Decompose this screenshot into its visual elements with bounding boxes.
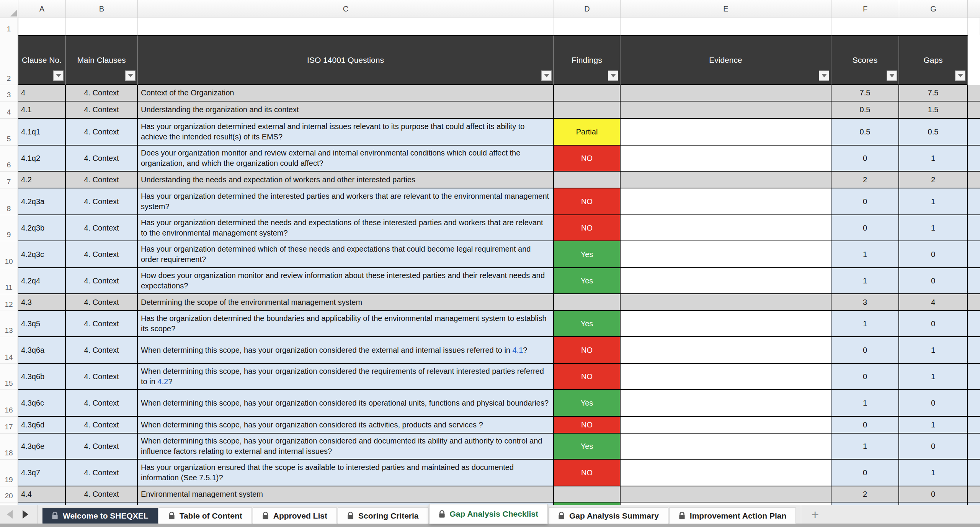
cell-C12[interactable]: Determining the scope of the environment… <box>138 294 554 311</box>
cell-B10[interactable]: 4. Context <box>66 241 138 268</box>
cell-E6[interactable] <box>621 146 831 172</box>
cell-B14[interactable]: 4. Context <box>66 337 138 364</box>
cell-A7[interactable]: 4.2 <box>18 172 66 188</box>
cell-G1[interactable] <box>899 18 968 35</box>
cell-C14[interactable]: When determining this scope, has your or… <box>138 337 554 364</box>
row-number-5[interactable]: 5 <box>0 119 18 146</box>
cell-B3[interactable]: 4. Context <box>66 85 138 101</box>
cell-H5[interactable] <box>968 119 980 146</box>
sheet-tab-welcome-to-sheqxel[interactable]: Welcome to SHEQXEL <box>42 508 158 524</box>
clause-hyperlink-4.1[interactable]: 4.1 <box>513 346 523 354</box>
sheet-tab-gap-analysis-checklist[interactable]: Gap Analysis Checklist <box>430 504 547 524</box>
add-sheet-button[interactable]: + <box>811 508 819 521</box>
cell-G14[interactable]: 1 <box>899 337 968 364</box>
header-cell-B[interactable]: Main Clauses <box>66 35 138 85</box>
finding-cell-D16[interactable]: Yes <box>554 390 621 417</box>
cell-A5[interactable]: 4.1q1 <box>18 119 66 146</box>
cell-B19[interactable]: 4. Context <box>66 460 138 486</box>
cell-H16[interactable] <box>968 390 980 417</box>
cell-G7[interactable]: 2 <box>899 172 968 188</box>
cell-A4[interactable]: 4.1 <box>18 101 66 119</box>
cell-B17[interactable]: 4. Context <box>66 417 138 434</box>
filter-button-C[interactable] <box>541 70 552 81</box>
cell-E19[interactable] <box>621 460 831 486</box>
cell-C9[interactable]: Has your organization determined the nee… <box>138 215 554 241</box>
cell-E18[interactable] <box>621 434 831 460</box>
cell-E1[interactable] <box>621 18 831 35</box>
row-number-8[interactable]: 8 <box>0 188 18 215</box>
cell-E3[interactable] <box>621 85 831 101</box>
next-sheet-arrow-icon[interactable] <box>23 510 28 519</box>
header-cell-C[interactable]: ISO 14001 Questions <box>138 35 554 85</box>
cell-F13[interactable]: 1 <box>831 311 899 337</box>
cell-F14[interactable]: 0 <box>831 337 899 364</box>
cell-F18[interactable]: 1 <box>831 434 899 460</box>
cell-D12[interactable] <box>554 294 621 311</box>
cell-F3[interactable]: 7.5 <box>831 85 899 101</box>
sheet-tab-table-of-content[interactable]: Table of Content <box>159 508 252 524</box>
finding-cell-D8[interactable]: NO <box>554 188 621 215</box>
cell-G5[interactable]: 0.5 <box>899 119 968 146</box>
cell-B7[interactable]: 4. Context <box>66 172 138 188</box>
cell-H20[interactable] <box>968 486 980 502</box>
row-number-13[interactable]: 13 <box>0 311 18 337</box>
cell-G20[interactable]: 0 <box>899 486 968 502</box>
row-number-18[interactable]: 18 <box>0 434 18 460</box>
row-number-16[interactable]: 16 <box>0 390 18 417</box>
column-letter-E[interactable]: E <box>621 0 831 18</box>
cell-H14[interactable] <box>968 337 980 364</box>
cell-F19[interactable]: 0 <box>831 460 899 486</box>
cell-E5[interactable] <box>621 119 831 146</box>
cell-H6[interactable] <box>968 146 980 172</box>
cell-D3[interactable] <box>554 85 621 101</box>
row-number-12[interactable]: 12 <box>0 294 18 311</box>
sheet-tab-improvement-action-plan[interactable]: Improvement Action Plan <box>670 508 795 524</box>
row-number-6[interactable]: 6 <box>0 146 18 172</box>
row-number-10[interactable]: 10 <box>0 241 18 268</box>
finding-cell-D11[interactable]: Yes <box>554 268 621 294</box>
finding-cell-D18[interactable]: Yes <box>554 434 621 460</box>
cell-B4[interactable]: 4. Context <box>66 101 138 119</box>
cell-G3[interactable]: 7.5 <box>899 85 968 101</box>
cell-F8[interactable]: 0 <box>831 188 899 215</box>
finding-cell-D5[interactable]: Partial <box>554 119 621 146</box>
cell-F6[interactable]: 0 <box>831 146 899 172</box>
row-number-14[interactable]: 14 <box>0 337 18 364</box>
cell-H18[interactable] <box>968 434 980 460</box>
cell-H17[interactable] <box>968 417 980 434</box>
row-number-7[interactable]: 7 <box>0 172 18 188</box>
cell-F5[interactable]: 0.5 <box>831 119 899 146</box>
cell-G13[interactable]: 0 <box>899 311 968 337</box>
header-cell-F[interactable]: Scores <box>831 35 899 85</box>
row-number-19[interactable]: 19 <box>0 460 18 486</box>
cell-A6[interactable]: 4.1q2 <box>18 146 66 172</box>
filter-button-D[interactable] <box>608 70 618 81</box>
cell-H4[interactable] <box>968 101 980 119</box>
cell-D4[interactable] <box>554 101 621 119</box>
cell-G15[interactable]: 1 <box>899 364 968 390</box>
cell-C4[interactable]: Understanding the organization and its c… <box>138 101 554 119</box>
cell-E10[interactable] <box>621 241 831 268</box>
cell-A14[interactable]: 4.3q6a <box>18 337 66 364</box>
cell-C15[interactable]: When determining this scope, has your or… <box>138 364 554 390</box>
cell-D1[interactable] <box>554 18 621 35</box>
cell-F15[interactable]: 0 <box>831 364 899 390</box>
cell-H11[interactable] <box>968 268 980 294</box>
cell-E11[interactable] <box>621 268 831 294</box>
cell-B1[interactable] <box>66 18 138 35</box>
cell-E12[interactable] <box>621 294 831 311</box>
cell-D20[interactable] <box>554 486 621 502</box>
cell-C11[interactable]: How does your organization monitor and r… <box>138 268 554 294</box>
header-cell-G[interactable]: Gaps <box>899 35 968 85</box>
cell-B6[interactable]: 4. Context <box>66 146 138 172</box>
cell-G18[interactable]: 0 <box>899 434 968 460</box>
cell-F7[interactable]: 2 <box>831 172 899 188</box>
cell-E17[interactable] <box>621 417 831 434</box>
cell-A11[interactable]: 4.2q4 <box>18 268 66 294</box>
cell-C16[interactable]: When determining this scope, has your or… <box>138 390 554 417</box>
cell-H3[interactable] <box>968 85 980 101</box>
cell-A17[interactable]: 4.3q6d <box>18 417 66 434</box>
cell-C18[interactable]: When determining this scope, has your or… <box>138 434 554 460</box>
select-all-corner[interactable] <box>0 0 18 18</box>
cell-H10[interactable] <box>968 241 980 268</box>
